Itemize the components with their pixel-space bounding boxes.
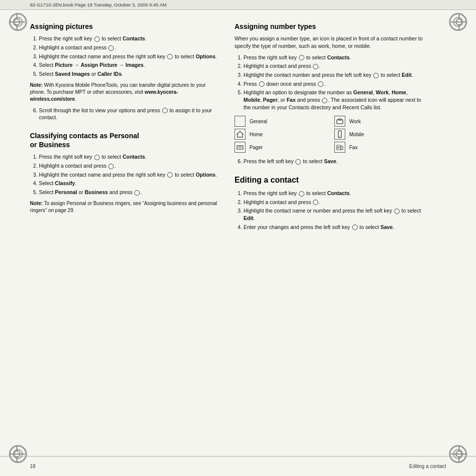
- header-bar: 82-G1710-2EN.book Page 18 Tuesday, Octob…: [0, 0, 476, 10]
- soft-key-icon: [299, 191, 304, 197]
- page-number: 18: [30, 464, 35, 469]
- mobile-label: Mobile: [349, 132, 364, 137]
- step-item: Select Picture → Assign Picture → Images…: [39, 61, 220, 69]
- icon-row-work: Work: [334, 116, 424, 127]
- svg-rect-8: [341, 146, 343, 150]
- editing-steps: Press the right soft key to select Conta…: [243, 190, 424, 231]
- assigning-pictures-step6: Scroll through the list to view your opt…: [39, 107, 220, 121]
- step-item: Highlight the contact name and press the…: [39, 171, 220, 179]
- soft-key-icon: [134, 190, 140, 196]
- step-item: Highlight a contact and press .: [39, 162, 220, 170]
- home-icon: [235, 129, 245, 140]
- home-label: Home: [249, 132, 263, 137]
- soft-key-icon: [108, 164, 114, 169]
- step-item: Highlight an option to designate the num…: [243, 89, 424, 111]
- step-item: Press the right soft key to select Conta…: [39, 35, 220, 42]
- step-item: Highlight a contact and press .: [243, 62, 424, 70]
- crosshair-top-right: [451, 14, 467, 30]
- general-icon: [235, 116, 245, 127]
- step-item: Press the left soft key to select Save.: [243, 158, 424, 165]
- soft-key-icon: [322, 98, 327, 103]
- work-icon: [334, 116, 345, 127]
- svg-point-4: [339, 137, 340, 138]
- page: 82-G1710-2EN.book Page 18 Tuesday, Octob…: [0, 0, 476, 476]
- pager-icon: [235, 142, 245, 153]
- classifying-steps: Press the right soft key to select Conta…: [39, 153, 220, 196]
- pager-label: Pager: [249, 145, 263, 150]
- soft-key-icon: [94, 36, 100, 42]
- step-item: Press down once and press .: [243, 80, 424, 88]
- general-label: General: [249, 119, 267, 124]
- step-item: Enter your changes and press the left so…: [243, 224, 424, 231]
- svg-rect-7: [337, 145, 341, 150]
- soft-key-icon: [162, 108, 168, 113]
- svg-rect-10: [337, 148, 339, 148]
- icon-row-mobile: Mobile: [334, 129, 424, 140]
- step-item: Press the right soft key to select Conta…: [39, 153, 220, 161]
- icon-row-pager: Pager: [235, 142, 324, 153]
- note-assigning-pictures: Note: With Kyocera Mobile PhoneTools, yo…: [30, 82, 220, 103]
- step-item: Select Personal or Business and press .: [39, 189, 220, 196]
- soft-key-icon: [299, 55, 304, 60]
- step-item: Select Saved Images or Caller IDs.: [39, 70, 220, 78]
- crosshair-top-left: [9, 14, 25, 30]
- step-item: Highlight the contact number and press t…: [243, 71, 424, 79]
- section-number-types-title: Assigning number types: [235, 22, 424, 31]
- section-assigning-pictures-title: Assigning pictures: [30, 22, 220, 31]
- icon-row-home: Home: [235, 129, 324, 140]
- work-label: Work: [349, 119, 361, 124]
- step-item: Press the right soft key to select Conta…: [243, 54, 424, 61]
- right-column: Assigning number types When you assign a…: [235, 22, 424, 235]
- number-types-step6: Press the left soft key to select Save.: [243, 158, 424, 165]
- svg-marker-2: [237, 131, 243, 137]
- step-item: Select Classify.: [39, 180, 220, 187]
- step-item: Highlight the contact name and press the…: [39, 53, 220, 60]
- soft-key-icon: [259, 81, 264, 87]
- svg-rect-9: [337, 147, 340, 147]
- soft-key-icon: [313, 64, 318, 69]
- assigning-pictures-steps: Press the right soft key to select Conta…: [39, 35, 220, 77]
- step-item: Highlight a contact and press .: [39, 44, 220, 51]
- number-types-intro: When you assign a number type, an icon i…: [235, 35, 424, 49]
- left-column: Assigning pictures Press the right soft …: [30, 22, 220, 235]
- section-editing-title: Editing a contact: [235, 175, 424, 186]
- section-label: Editing a contact: [409, 464, 446, 469]
- soft-key-icon: [108, 45, 114, 51]
- soft-key-icon: [313, 200, 318, 205]
- soft-key-icon: [94, 155, 100, 160]
- step-item: Scroll through the list to view your opt…: [39, 107, 220, 121]
- icon-row-fax: Fax: [334, 142, 424, 153]
- number-types-steps: Press the right soft key to select Conta…: [243, 54, 424, 111]
- soft-key-icon: [167, 172, 173, 178]
- number-type-icon-grid: General Work Home: [235, 116, 424, 153]
- note-classifying: Note: To assign Personal or Business rin…: [30, 200, 220, 214]
- soft-key-icon: [295, 159, 301, 165]
- step-item: Highlight the contact name or number and…: [243, 207, 424, 222]
- step-item: Highlight a contact and press .: [243, 199, 424, 206]
- svg-rect-6: [238, 147, 241, 148]
- soft-key-icon: [352, 225, 358, 230]
- soft-key-icon: [373, 73, 379, 78]
- fax-icon: [334, 142, 345, 153]
- mobile-icon: [334, 129, 345, 140]
- footer: 18 Editing a contact: [0, 456, 476, 476]
- icon-row-general: General: [235, 116, 324, 127]
- fax-label: Fax: [349, 145, 358, 150]
- soft-key-icon: [394, 209, 400, 214]
- section-classifying-title: Classifying contacts as Personalor Busin…: [30, 131, 220, 149]
- soft-key-icon: [318, 81, 323, 87]
- step-item: Press the right soft key to select Conta…: [243, 190, 424, 197]
- header-text: 82-G1710-2EN.book Page 18 Tuesday, Octob…: [30, 2, 167, 7]
- main-content: Assigning pictures Press the right soft …: [0, 12, 476, 244]
- soft-key-icon: [167, 54, 173, 59]
